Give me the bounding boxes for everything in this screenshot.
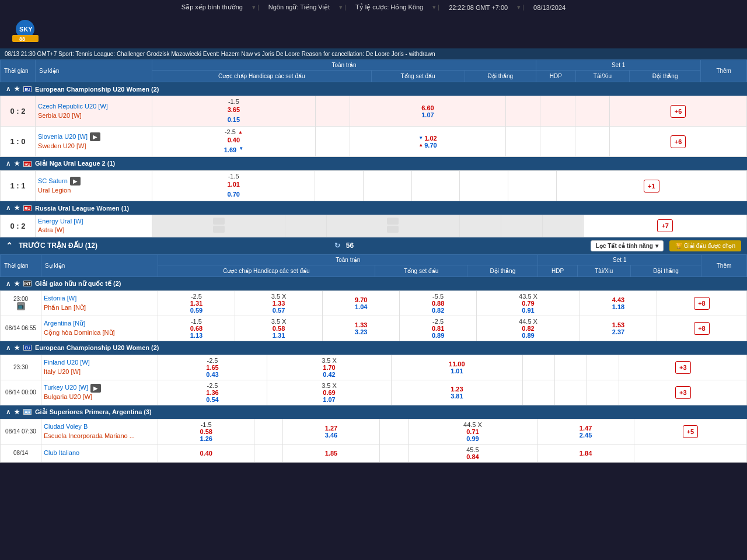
tong-set-cell-disabled (285, 215, 327, 237)
col-toan-tran-live: Toàn trận (152, 60, 536, 71)
plus-cell: +8 (657, 290, 746, 316)
doi-thang-cell: 11.00 1.01 (392, 355, 522, 380)
tai-xiu-cell-disabled (501, 215, 542, 237)
prematch-league-header-1: ∧ ★ EU European Championship U20 Women (… (0, 341, 747, 355)
plus-button[interactable]: +6 (671, 105, 686, 118)
star-prematch-league-2[interactable]: ★ (14, 408, 20, 416)
collapse-prematch-league-1[interactable]: ∧ (6, 344, 11, 352)
col-time: Thời gian (1, 254, 41, 276)
hdp-cell: -2.5 0.81 0.89 (400, 316, 477, 341)
handicap-cell: -2.5 1.65 0.43 (158, 355, 267, 380)
tai-xiu-cell (460, 171, 508, 201)
plus-button[interactable]: +6 (671, 135, 686, 148)
lang-option[interactable]: Ngôn ngữ: Tiếng Việt (268, 4, 330, 11)
team-home-link[interactable]: Czech Republic U20 [W] (38, 102, 149, 111)
team-home-link[interactable]: Estonia [W] (44, 294, 155, 303)
play-button[interactable]: ▶ (90, 384, 101, 393)
collapse-league-2[interactable]: ∧ (6, 204, 11, 212)
handicap-cell: -1.5 0.58 1.26 (158, 419, 254, 444)
plus-button[interactable]: +5 (683, 425, 699, 438)
handicap-cell: -2.5 1.31 0.59 (158, 290, 235, 316)
plus-cell: +6 (610, 127, 747, 157)
prematch-league-name-2: Giải Superiores Primera, Argentina (3) (35, 408, 152, 416)
tai-xiu-cell (540, 96, 575, 127)
team-away-link[interactable]: Bulgaria U20 [W] (44, 393, 155, 401)
separator1: ▾ | (252, 4, 259, 11)
team-home-link[interactable]: Club Italiano (44, 449, 155, 457)
refresh-count: 56 (346, 242, 354, 250)
col-event: Sự kiện (41, 254, 158, 276)
collapse-league-0[interactable]: ∧ (6, 85, 11, 93)
doi-thang-s1-cell (575, 127, 609, 157)
prematch-match-row: 23:30 Finland U20 [W] Italy U20 [W] -2.5… (1, 355, 747, 380)
col-tong-set: Tổng set đấu (375, 265, 467, 276)
star-league-2[interactable]: ★ (14, 204, 20, 212)
tai-xiu-cell: 44.5 X 0.71 0.99 (408, 419, 537, 444)
collapse-prematch[interactable]: ⌃ (6, 241, 13, 250)
team-home-link[interactable]: Argentina [Nữ] (44, 319, 155, 328)
filter-button[interactable]: Lọc Tất cả tính năng ▾ (591, 240, 664, 251)
prematch-match-row: 08/14 Club Italiano 0.40 1.85 45.5 0.84 … (1, 444, 747, 462)
handicap-cell: -2.5 1.36 0.54 (158, 380, 267, 405)
plus-cell: +6 (610, 96, 747, 127)
team-away-link[interactable]: Sweden U20 [W] (38, 142, 149, 150)
plus-button[interactable]: +7 (657, 219, 673, 232)
doi-thang-s1-cell (575, 96, 609, 127)
doi-thang-cell: ▼ 1.02 ▲ 9.70 (350, 127, 506, 157)
col-tai-xiu-live: Tài/Xiu (575, 71, 629, 82)
play-button[interactable]: ▶ (70, 177, 81, 186)
collapse-league-1[interactable]: ∧ (6, 160, 11, 167)
col-time-live: Thời gian (1, 60, 36, 82)
team-away-link[interactable]: Cộng hòa Dominica [Nữ] (44, 328, 155, 337)
separator3: ▾ | (432, 4, 439, 11)
plus-button[interactable]: +8 (694, 322, 710, 335)
star-prematch-league-0[interactable]: ★ (14, 280, 20, 288)
odds-option[interactable]: Tỷ lệ cược: Hồng Kông (355, 4, 423, 11)
plus-button[interactable]: +8 (694, 297, 710, 310)
star-league-1[interactable]: ★ (14, 160, 20, 167)
team-home-link[interactable]: Turkey U20 [W] (44, 383, 88, 392)
play-button[interactable]: ▶ (90, 132, 100, 141)
team-home-link[interactable]: Ciudad Voley B (44, 422, 155, 431)
match-teams: Club Italiano (41, 444, 158, 462)
team-away-link[interactable]: Serbia U20 [W] (38, 111, 149, 120)
collapse-prematch-league-0[interactable]: ∧ (6, 280, 11, 288)
tong-set-cell: 3.5 X 0.58 1.31 (235, 316, 322, 341)
live-tv-icon[interactable]: 📺 (17, 302, 25, 310)
refresh-icon[interactable]: ↻ (334, 242, 340, 250)
handicap-cell: -1.5 3.65 0.15 (152, 96, 316, 127)
team-away-link[interactable]: Phần Lan [Nữ] (44, 303, 155, 312)
match-row: 1 : 1 SC Saturn ▶ Ural Legion -1.5 1.01 … (1, 171, 747, 201)
team-away-link[interactable]: Escuela Incorporada Mariano ... (44, 432, 155, 440)
match-teams: Ciudad Voley B Escuela Incorporada Maria… (41, 419, 158, 444)
doi-thang-cell: 6.60 1.07 (350, 96, 506, 127)
plus-button[interactable]: +3 (675, 386, 691, 399)
handicap-cell: -1.5 0.68 1.13 (158, 316, 235, 341)
team-away-link[interactable]: Astra [W] (38, 226, 149, 235)
plus-button[interactable]: +1 (644, 180, 659, 192)
hdp-cell (522, 355, 554, 380)
prematch-league-table-1: 23:30 Finland U20 [W] Italy U20 [W] -2.5… (0, 355, 747, 405)
team-away-link[interactable]: Italy U20 [W] (44, 368, 155, 376)
star-prematch-league-1[interactable]: ★ (14, 344, 20, 352)
prematch-league-table-2: 08/14 07:30 Ciudad Voley B Escuela Incor… (0, 419, 747, 463)
tournament-button[interactable]: 🏆 Giải đấu được chọn (669, 240, 741, 251)
alert-text: 08/13 21:30 GMT+7 Sport: Tennis League: … (5, 51, 435, 57)
doi-thang-s1-cell-disabled (542, 215, 584, 237)
hdp-cell (505, 96, 540, 127)
team-home-link[interactable]: Finland U20 [W] (44, 358, 155, 367)
doi-thang-s1-cell: 1.53 2.37 (580, 316, 657, 341)
sort-option[interactable]: Sắp xếp bình thường (181, 4, 243, 11)
team-home-link[interactable]: SC Saturn (38, 177, 68, 186)
team-home-link[interactable]: Energy Ural [W] (38, 217, 149, 226)
collapse-prematch-league-2[interactable]: ∧ (6, 408, 11, 416)
team-home-link[interactable]: Slovenia U20 [W] (38, 132, 88, 141)
site-logo[interactable]: SKY 88 (5, 17, 46, 46)
match-score: 0 : 2 (1, 96, 36, 127)
team-away-link[interactable]: Ural Legion (38, 186, 149, 195)
arrow-up-icon: ▲ (418, 142, 423, 148)
star-league-0[interactable]: ★ (14, 85, 20, 93)
league-table-0: 0 : 2 Czech Republic U20 [W] Serbia U20 … (0, 96, 747, 157)
plus-button[interactable]: +3 (675, 361, 691, 374)
match-teams: Turkey U20 [W] ▶ Bulgaria U20 [W] (41, 380, 158, 405)
